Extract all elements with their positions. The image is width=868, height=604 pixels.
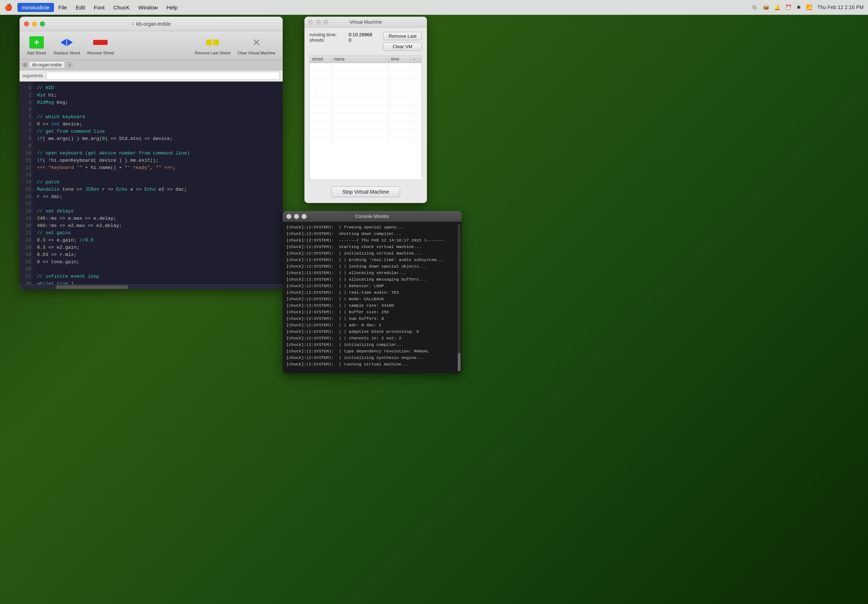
- console-scrollbar[interactable]: [458, 224, 460, 371]
- vm-table-body: [310, 63, 422, 143]
- console-maximize-button[interactable]: [302, 214, 307, 219]
- arrow-left-icon: [60, 39, 66, 46]
- vm-shred-table: shred name time –: [310, 55, 422, 180]
- shreds-row: shreds: 0: [310, 37, 372, 43]
- code-content[interactable]: // HID Hid hi; HidMsg msg; // which keyb…: [33, 82, 283, 284]
- shreds-value: 0: [349, 37, 351, 43]
- remove-last-icon: [206, 39, 219, 45]
- line-numbers: 12345 678910 1112131415 1617181920 21222…: [20, 82, 33, 284]
- table-row: [310, 88, 422, 96]
- vm-stats: running time: 0:10.26968 shreds: 0: [310, 32, 372, 43]
- console-minimize-button[interactable]: [294, 214, 299, 219]
- running-time-row: running time: 0:10.26968: [310, 32, 372, 37]
- clear-vm-button-vm[interactable]: Clear VM: [383, 42, 422, 51]
- table-row: [310, 113, 422, 121]
- menubar-edit[interactable]: Edit: [71, 3, 90, 12]
- remove-shred-label: Remove Shred: [87, 51, 114, 55]
- scrollbar-thumb[interactable]: [56, 285, 128, 289]
- editor-tab[interactable]: kb-organ-treble: [29, 61, 65, 68]
- stop-vm-row: Stop Virtual Machine: [310, 183, 422, 199]
- apple-menu-icon[interactable]: 🍎: [5, 3, 12, 11]
- arguments-label: arguments: [22, 73, 43, 78]
- editor-titlebar: ≡ kb-organ-treble: [20, 17, 283, 31]
- minimize-button[interactable]: [32, 22, 37, 26]
- close-button[interactable]: [24, 22, 29, 26]
- vm-title: Virtual Machine: [349, 19, 381, 25]
- arrow-right-icon: [67, 39, 73, 46]
- add-shred-icon-container: +: [29, 36, 45, 49]
- vm-window: Virtual Machine running time: 0:10.26968…: [304, 17, 427, 203]
- table-row: [310, 96, 422, 105]
- menubar-file[interactable]: File: [54, 3, 71, 12]
- menubar-app-name[interactable]: miniAudicle: [17, 3, 54, 12]
- vm-body: running time: 0:10.26968 shreds: 0 Remov…: [304, 28, 427, 203]
- remove-last-button[interactable]: Remove Last: [383, 32, 422, 40]
- vm-maximize-button[interactable]: [323, 20, 329, 25]
- console-titlebar: Console Monitor: [283, 211, 462, 222]
- clear-vm-icon: ✕: [250, 36, 263, 49]
- tabbar: ✕ kb-organ-treble +: [20, 60, 283, 70]
- remove-shred-icon: [93, 40, 108, 45]
- console-scrollbar-thumb[interactable]: [458, 353, 460, 371]
- remove-last-shred-label: Remove Last Shred: [195, 51, 230, 55]
- tab-label: kb-organ-treble: [32, 62, 62, 67]
- time-machine-icon: ⏰: [785, 5, 792, 10]
- table-row: [310, 63, 422, 71]
- col-name: name: [332, 56, 389, 63]
- arguments-bar: arguments: [20, 70, 283, 82]
- menubar-font[interactable]: Font: [90, 3, 109, 12]
- clear-vm-label: Clear Virtual Machine: [237, 51, 276, 55]
- time-display: Thu Feb 12 2:16 PM: [817, 5, 863, 10]
- table-row: [310, 80, 422, 88]
- toolbar: + Add Shred Replace Shred Remove Shred: [20, 31, 283, 60]
- vm-action-buttons: Remove Last Clear VM: [383, 32, 422, 51]
- horizontal-scrollbar[interactable]: [20, 284, 283, 289]
- table-row: [310, 138, 422, 143]
- yellow-square-1: [206, 39, 212, 45]
- menubar-chuck[interactable]: ChucK: [109, 3, 134, 12]
- editor-filename: kb-organ-treble: [136, 21, 171, 27]
- dropbox-icon: 📦: [763, 5, 769, 10]
- console-window: Console Monitor [chuck]:(2:SYSTEM): | fr…: [283, 211, 462, 373]
- clear-vm-button[interactable]: ✕ Clear Virtual Machine: [234, 34, 278, 57]
- code-editor: 12345 678910 1112131415 1617181920 21222…: [20, 82, 283, 284]
- add-tab-button[interactable]: +: [66, 62, 73, 68]
- replace-shred-icon: [60, 39, 73, 46]
- add-shred-button[interactable]: + Add Shred: [24, 34, 49, 57]
- wifi-icon: 📶: [806, 5, 812, 10]
- yellow-square-2: [213, 39, 219, 45]
- col-shred: shred: [310, 56, 332, 63]
- table-row: [310, 71, 422, 80]
- replace-shred-label: Replace Shred: [54, 51, 80, 55]
- remove-last-icon-container: [205, 36, 220, 49]
- vm-titlebar: Virtual Machine: [304, 17, 427, 28]
- maximize-button[interactable]: [40, 22, 45, 26]
- vm-close-button[interactable]: [308, 20, 313, 25]
- arguments-input[interactable]: [46, 72, 280, 80]
- evernote-icon: 🐘: [752, 5, 758, 10]
- menubar-right: 🐘 📦 🔔 ⏰ ✱ 📶 Thu Feb 12 2:16 PM: [752, 5, 863, 10]
- menubar-help[interactable]: Help: [162, 3, 182, 12]
- replace-shred-icon-container: [59, 36, 74, 49]
- remove-last-shred-button[interactable]: Remove Last Shred: [192, 34, 233, 57]
- table-row: [310, 105, 422, 113]
- console-title: Console Monitor: [355, 214, 390, 219]
- table-row: [310, 130, 422, 138]
- col-action: –: [411, 56, 422, 63]
- remove-shred-button[interactable]: Remove Shred: [84, 34, 117, 57]
- tab-close-icon[interactable]: ✕: [22, 62, 28, 67]
- menubar: 🍎 miniAudicle File Edit Font ChucK Windo…: [0, 0, 868, 15]
- running-time-value: 0:10.26968: [349, 32, 372, 37]
- table-row: [310, 121, 422, 130]
- vm-minimize-button[interactable]: [316, 20, 321, 25]
- stop-vm-button[interactable]: Stop Virtual Machine: [331, 186, 400, 197]
- replace-shred-button[interactable]: Replace Shred: [51, 34, 83, 57]
- menubar-window[interactable]: Window: [134, 3, 162, 12]
- add-shred-label: Add Shred: [27, 51, 46, 55]
- editor-window: ≡ kb-organ-treble + Add Shred Replace Sh…: [20, 17, 283, 289]
- bluetooth-icon: ✱: [797, 5, 801, 10]
- running-time-label: running time:: [310, 32, 346, 37]
- col-time: time: [389, 56, 411, 63]
- console-close-button[interactable]: [286, 214, 291, 219]
- notification-icon: 🔔: [774, 5, 780, 10]
